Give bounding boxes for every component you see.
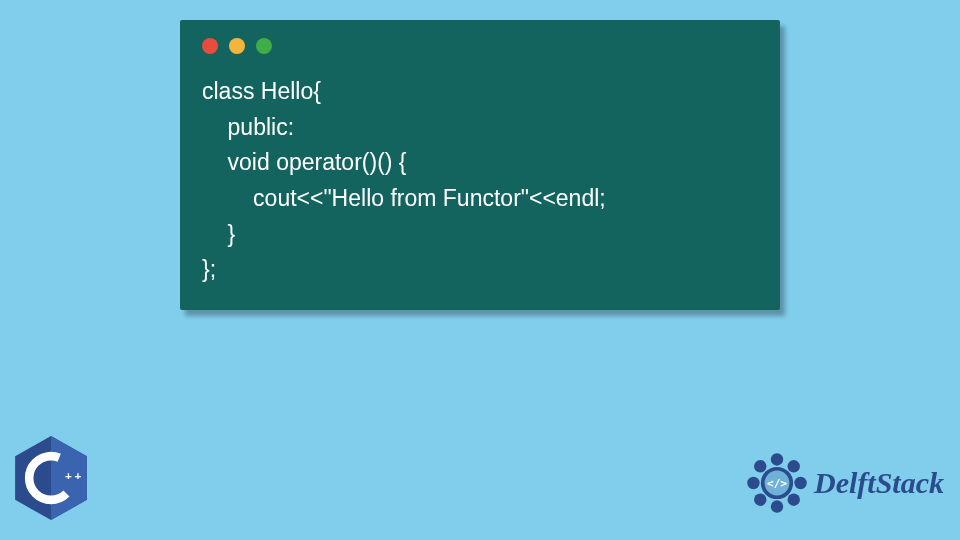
svg-text:+: + (65, 469, 72, 482)
svg-point-9 (771, 500, 783, 512)
svg-point-10 (754, 494, 766, 506)
svg-point-6 (788, 460, 800, 472)
code-line: public: (202, 114, 294, 140)
minimize-dot-icon (229, 38, 245, 54)
svg-point-12 (754, 460, 766, 472)
svg-point-7 (794, 477, 806, 489)
code-line: cout<<"Hello from Functor"<<endl; (202, 185, 606, 211)
code-line: void operator()() { (202, 149, 407, 175)
close-dot-icon (202, 38, 218, 54)
brand-name: DelftStack (814, 466, 944, 500)
code-window: class Hello{ public: void operator()() {… (180, 20, 780, 310)
brand-logo: </> DelftStack (746, 452, 944, 514)
code-line: }; (202, 256, 216, 282)
code-block: class Hello{ public: void operator()() {… (202, 74, 758, 288)
code-line: class Hello{ (202, 78, 321, 104)
svg-text:+: + (74, 469, 81, 482)
svg-text:</>: </> (767, 477, 787, 490)
svg-point-5 (771, 453, 783, 465)
maximize-dot-icon (256, 38, 272, 54)
code-line: } (202, 221, 235, 247)
brand-emblem-icon: </> (746, 452, 808, 514)
cpp-logo-icon: + + (12, 434, 90, 522)
window-controls (202, 38, 758, 54)
svg-point-8 (788, 494, 800, 506)
svg-point-11 (747, 477, 759, 489)
